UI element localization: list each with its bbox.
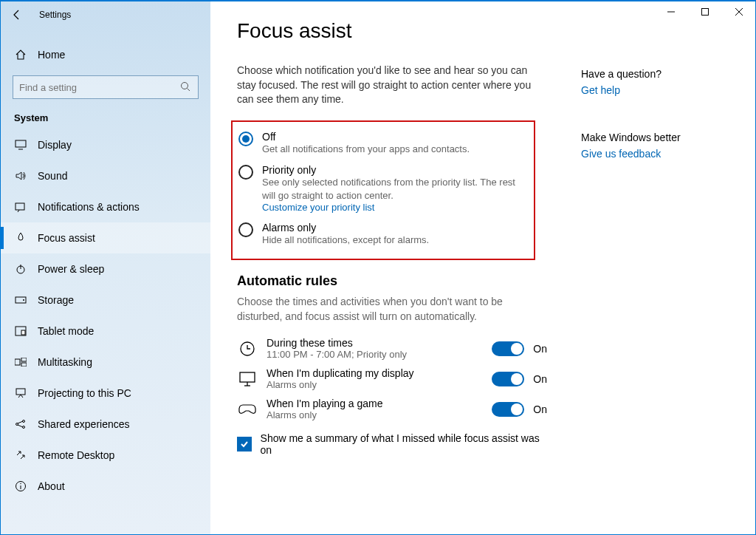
nav-sound[interactable]: Sound — [1, 160, 210, 191]
summary-checkbox-row[interactable]: Show me a summary of what I missed while… — [237, 432, 547, 456]
svg-point-2 — [182, 83, 188, 89]
rule-sub: Alarms only — [267, 409, 483, 420]
about-icon — [14, 480, 27, 492]
nav-label: Power & sleep — [38, 263, 104, 275]
remote-desktop-icon — [14, 450, 27, 460]
storage-icon — [14, 296, 27, 304]
svg-rect-16 — [16, 389, 25, 395]
rule-playing-game[interactable]: When I'm playing a gameAlarms only On — [237, 398, 547, 420]
rule-sub: 11:00 PM - 7:00 AM; Priority only — [267, 349, 483, 360]
radio-priority-control[interactable] — [238, 165, 253, 180]
svg-line-3 — [188, 89, 190, 92]
nav-notifications[interactable]: Notifications & actions — [1, 191, 210, 222]
nav-storage[interactable]: Storage — [1, 284, 210, 316]
rule-state: On — [533, 403, 547, 415]
page-title: Focus assist — [237, 19, 729, 43]
nav-label: Shared experiences — [38, 418, 130, 430]
rule-state: On — [533, 343, 547, 355]
monitor-icon — [237, 369, 258, 389]
search-input[interactable] — [13, 75, 199, 99]
give-feedback-link[interactable]: Give us feedback — [581, 148, 729, 160]
window-title: Settings — [39, 10, 71, 20]
radio-alarms[interactable]: Alarms only Hide all notifications, exce… — [238, 217, 528, 251]
projecting-icon — [14, 388, 27, 398]
summary-checkbox[interactable] — [237, 437, 252, 451]
rule-during-times[interactable]: During these times11:00 PM - 7:00 AM; Pr… — [237, 337, 547, 360]
search-icon — [180, 81, 192, 93]
tablet-icon — [14, 326, 27, 336]
home-nav[interactable]: Home — [1, 41, 210, 68]
nav-label: About — [38, 480, 65, 492]
get-help-link[interactable]: Get help — [581, 84, 729, 96]
automatic-rules-desc: Choose the times and activities when you… — [237, 295, 547, 324]
radio-priority-desc: See only selected notifications from the… — [262, 176, 528, 202]
rule-toggle[interactable] — [492, 341, 524, 356]
radio-alarms-control[interactable] — [238, 222, 253, 237]
rule-toggle[interactable] — [492, 372, 524, 386]
rule-title: When I'm playing a game — [267, 398, 483, 409]
nav-label: Tablet mode — [38, 325, 94, 337]
nav-power-sleep[interactable]: Power & sleep — [1, 253, 210, 284]
radio-group-highlight: Off Get all notifications from your apps… — [231, 120, 535, 260]
nav-label: Sound — [38, 170, 67, 182]
rule-toggle[interactable] — [492, 402, 524, 417]
svg-point-10 — [23, 299, 24, 301]
svg-rect-4 — [16, 140, 26, 147]
sound-icon — [14, 171, 27, 181]
radio-off[interactable]: Off Get all notifications from your apps… — [238, 126, 528, 160]
customize-priority-link[interactable]: Customize your priority list — [262, 202, 528, 213]
nav-multitasking[interactable]: Multitasking — [1, 347, 210, 378]
svg-rect-15 — [21, 363, 27, 367]
intro-text: Choose which notification you'd like to … — [237, 64, 547, 107]
svg-rect-13 — [15, 359, 20, 365]
multitasking-icon — [14, 358, 27, 367]
rule-title: When I'm duplicating my display — [267, 367, 483, 379]
svg-rect-12 — [21, 330, 25, 335]
radio-off-desc: Get all notifications from your apps and… — [262, 143, 470, 156]
feedback-heading: Make Windows better — [581, 132, 729, 143]
radio-alarms-desc: Hide all notifications, except for alarm… — [262, 234, 429, 247]
nav-label: Focus assist — [38, 232, 95, 244]
home-icon — [14, 49, 27, 61]
nav-display[interactable]: Display — [1, 129, 210, 160]
nav-remote-desktop[interactable]: Remote Desktop — [1, 440, 210, 471]
clock-icon — [237, 338, 258, 359]
gamepad-icon — [237, 399, 258, 420]
back-button[interactable] — [8, 6, 26, 24]
nav-focus-assist[interactable]: Focus assist — [1, 222, 210, 253]
radio-off-title: Off — [262, 131, 470, 143]
nav-label: Storage — [38, 294, 74, 306]
display-icon — [14, 140, 27, 150]
rule-sub: Alarms only — [267, 379, 483, 390]
nav-about[interactable]: About — [1, 471, 210, 502]
nav-label: Notifications & actions — [38, 201, 140, 213]
radio-priority-title: Priority only — [262, 164, 528, 176]
radio-off-control[interactable] — [238, 132, 253, 146]
svg-point-22 — [20, 483, 21, 484]
check-icon — [239, 439, 250, 449]
section-title: System — [1, 99, 210, 129]
svg-rect-14 — [21, 358, 27, 361]
nav-label: Remote Desktop — [38, 449, 114, 461]
summary-checkbox-label: Show me a summary of what I missed while… — [261, 432, 547, 456]
notifications-icon — [14, 202, 27, 212]
nav-projecting[interactable]: Projecting to this PC — [1, 378, 210, 409]
rule-state: On — [533, 373, 547, 385]
home-label: Home — [38, 49, 65, 61]
rule-title: During these times — [267, 337, 483, 349]
radio-priority[interactable]: Priority only See only selected notifica… — [238, 160, 528, 217]
focus-assist-icon — [14, 232, 27, 244]
nav-shared-experiences[interactable]: Shared experiences — [1, 409, 210, 440]
nav-label: Multitasking — [38, 356, 92, 368]
search-field[interactable] — [19, 82, 180, 93]
nav-label: Projecting to this PC — [38, 387, 131, 399]
arrow-left-icon — [11, 9, 23, 21]
rule-duplicating-display[interactable]: When I'm duplicating my displayAlarms on… — [237, 367, 547, 390]
help-heading: Have a question? — [581, 68, 729, 80]
automatic-rules-heading: Automatic rules — [237, 273, 547, 289]
svg-rect-6 — [16, 203, 24, 210]
shared-icon — [14, 418, 27, 430]
svg-rect-24 — [240, 372, 255, 382]
nav-label: Display — [38, 139, 72, 151]
nav-tablet-mode[interactable]: Tablet mode — [1, 316, 210, 347]
